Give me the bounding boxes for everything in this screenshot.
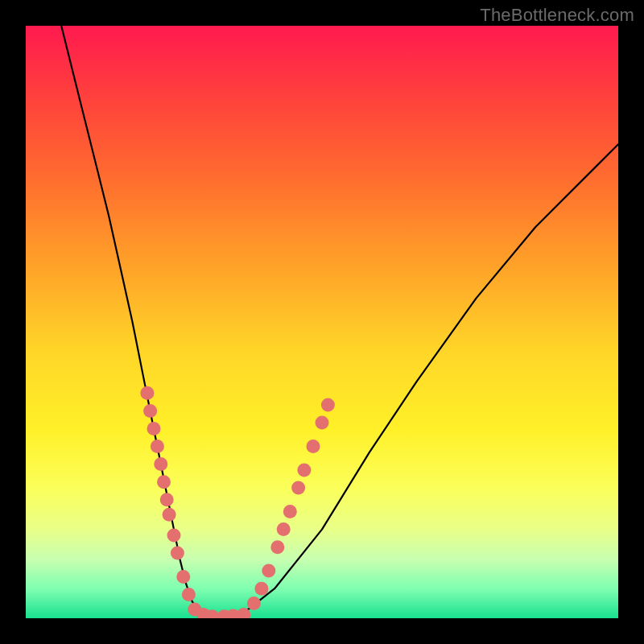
chart-svg xyxy=(26,26,618,618)
marker-dot xyxy=(163,508,176,522)
marker-dot xyxy=(262,564,275,578)
marker-dot xyxy=(307,440,320,453)
watermark-text: TheBottleneck.com xyxy=(480,5,634,26)
marker-dot xyxy=(143,404,157,418)
marker-dot xyxy=(151,440,164,453)
marker-dot xyxy=(171,547,184,560)
marker-dot xyxy=(270,540,284,554)
marker-dot xyxy=(160,493,174,506)
marker-dot xyxy=(176,570,190,584)
marker-dot xyxy=(247,597,261,610)
marker-dot xyxy=(182,588,196,601)
marker-dots-group xyxy=(140,386,335,618)
marker-dot xyxy=(154,457,167,471)
marker-dot xyxy=(321,398,335,412)
marker-dot xyxy=(147,422,161,436)
marker-dot xyxy=(283,505,297,518)
marker-dot xyxy=(167,529,181,543)
marker-dot xyxy=(291,481,305,495)
chart-plot-area xyxy=(26,26,618,618)
marker-dot xyxy=(297,464,311,477)
chart-stage: TheBottleneck.com xyxy=(0,0,644,644)
marker-dot xyxy=(140,386,154,400)
marker-dot xyxy=(316,416,329,430)
marker-dot xyxy=(254,582,268,596)
bottleneck-curve-path xyxy=(61,26,618,618)
marker-dot xyxy=(157,475,171,489)
marker-dot xyxy=(277,522,291,536)
